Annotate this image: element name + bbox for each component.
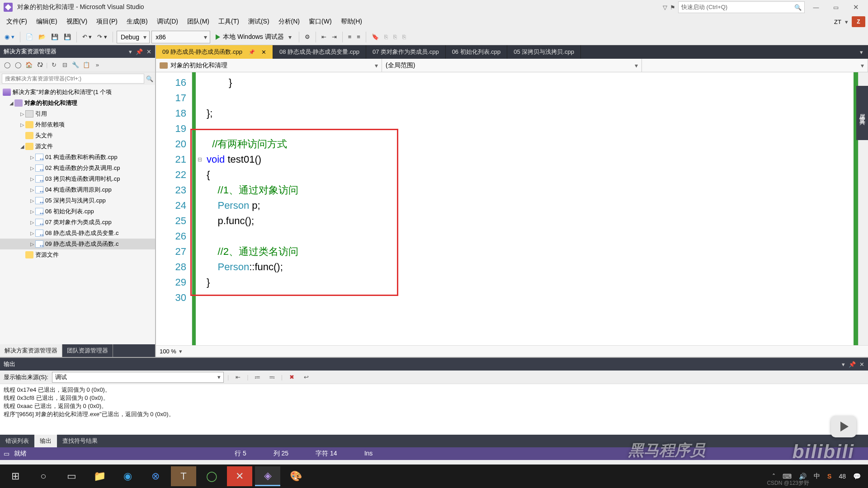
app-button[interactable]: ⊗ (143, 466, 168, 486)
solution-tree[interactable]: 解决方案"对象的初始化和清理"(1 个项 ◢对象的初始化和清理 ▷引用 ▷外部依… (0, 85, 155, 344)
pin-icon[interactable]: 📌 (136, 48, 143, 55)
tray-keyboard-icon[interactable]: ⌨ (783, 473, 792, 480)
nav-back-button[interactable]: ◉ ▾ (3, 31, 16, 43)
chevron-down-icon[interactable]: ▾ (845, 19, 848, 25)
bookmark-button[interactable]: 🔖 (370, 31, 381, 43)
comment-button[interactable]: ≡ (346, 31, 354, 43)
menu-item[interactable]: 帮助(H) (337, 16, 366, 28)
app2-button[interactable]: ◯ (199, 466, 224, 486)
source-file[interactable]: ▷09 静态成员-静态成员函数.c (0, 239, 155, 249)
source-file[interactable]: ▷07 类对象作为类成员.cpp (0, 217, 155, 228)
code-content[interactable]: }}; //有两种访问方式void test01(){ //1、通过对象访问 P… (204, 72, 868, 345)
editor-tab[interactable]: 06 初始化列表.cpp (446, 45, 508, 59)
zoom-select[interactable]: 100 % (160, 348, 196, 355)
tray-time[interactable]: 48 (839, 473, 846, 480)
pin-icon[interactable]: 📌 (849, 361, 856, 368)
tray-notif-icon[interactable]: 💬 (853, 473, 861, 480)
tab-overflow-button[interactable]: ▾ (854, 45, 868, 59)
ime-indicator[interactable]: 中 (814, 472, 820, 480)
tray-s-icon[interactable]: S (827, 473, 831, 480)
menu-item[interactable]: 调试(D) (153, 16, 182, 28)
save-button[interactable]: 💾 (49, 31, 60, 43)
more-icon[interactable]: » (93, 61, 102, 70)
refresh-icon[interactable]: ↻ (49, 61, 58, 70)
source-file[interactable]: ▷04 构造函数调用原则.cpp (0, 184, 155, 195)
menu-item[interactable]: 项目(P) (93, 16, 121, 28)
user-label[interactable]: ZT (834, 19, 841, 25)
notes-button[interactable]: T (171, 466, 196, 486)
close-icon[interactable]: ✕ (859, 361, 864, 368)
browser-button[interactable]: ◉ (115, 466, 140, 486)
menu-item[interactable]: 分析(N) (275, 16, 303, 28)
output-wrap-button[interactable]: ↩ (301, 372, 311, 383)
menu-item[interactable]: 测试(S) (245, 16, 273, 28)
source-file[interactable]: ▷06 初始化列表.cpp (0, 206, 155, 217)
menu-item[interactable]: 团队(M) (184, 16, 213, 28)
source-file[interactable]: ▷08 静态成员-静态成员变量.c (0, 228, 155, 239)
platform-select[interactable]: x86 (151, 31, 210, 43)
project-node[interactable]: ◢对象的初始化和清理 (0, 98, 155, 108)
quick-launch-input[interactable]: 快速启动 (Ctrl+Q) 🔍 (678, 1, 805, 13)
menu-item[interactable]: 编辑(E) (33, 16, 61, 28)
menu-item[interactable]: 文件(F) (3, 16, 31, 28)
cortana-button[interactable]: ○ (31, 466, 56, 486)
output-btn3[interactable]: ≕ (267, 372, 278, 383)
tb-extra3[interactable]: ⎘ (401, 31, 408, 43)
pin-icon[interactable]: 📌 (249, 49, 255, 55)
vs-taskbar-button[interactable]: ◈ (255, 466, 280, 486)
tab-error-list[interactable]: 错误列表 (0, 435, 34, 447)
tb-extra2[interactable]: ⎘ (392, 31, 399, 43)
editor-tab[interactable]: 07 类对象作为类成员.cpp (366, 45, 446, 59)
search-icon[interactable]: 🔍 (146, 75, 153, 82)
tab-find-symbols[interactable]: 查找符号结果 (57, 435, 103, 447)
solution-node[interactable]: 解决方案"对象的初始化和清理"(1 个项 (0, 87, 155, 98)
source-file[interactable]: ▷01 构造函数和析构函数.cpp (0, 152, 155, 163)
source-file[interactable]: ▷03 拷贝构造函数调用时机.cp (0, 174, 155, 184)
save-all-button[interactable]: 💾 (62, 31, 73, 43)
tray-volume-icon[interactable]: 🔊 (799, 473, 807, 480)
paint-button[interactable]: 🎨 (283, 466, 308, 486)
back-icon[interactable]: ◯ (3, 61, 12, 70)
headers-node[interactable]: 头文件 (0, 130, 155, 141)
output-body[interactable]: 线程 0x17e4 已退出，返回值为 0 (0x0)。线程 0x3cf8 已退出… (0, 384, 868, 435)
code-editor[interactable]: 161718192021222324252627282930 ⊟ }}; //有… (156, 72, 868, 345)
scope-select[interactable]: 对象的初始化和清理 (156, 59, 382, 72)
tab-output[interactable]: 输出 (34, 435, 57, 447)
tray-up-icon[interactable]: ˄ (772, 473, 775, 480)
maximize-button[interactable]: ▭ (827, 1, 844, 13)
menu-item[interactable]: 窗口(W) (305, 16, 335, 28)
nav-right-select[interactable] (642, 59, 868, 72)
redo-button[interactable]: ↷ ▾ (95, 31, 109, 43)
output-clear-button[interactable]: ✖ (286, 372, 297, 383)
collapse-gutter[interactable]: ⊟ (196, 72, 204, 345)
system-tray[interactable]: ˄ ⌨ 🔊 中 S 48 💬 (772, 472, 865, 480)
uncomment-button[interactable]: ≡ (355, 31, 362, 43)
source-node[interactable]: ◢源文件 (0, 141, 155, 152)
resources-node[interactable]: 资源文件 (0, 249, 155, 260)
search-input[interactable] (2, 74, 144, 84)
fwd-icon[interactable]: ◯ (14, 61, 23, 70)
close-icon[interactable]: ✕ (146, 48, 151, 55)
close-icon[interactable]: ✕ (261, 49, 266, 56)
editor-tab[interactable]: 05 深拷贝与浅拷贝.cpp (507, 45, 581, 59)
user-badge[interactable]: Z (852, 16, 865, 27)
source-file[interactable]: ▷02 构造函数的分类及调用.cp (0, 163, 155, 174)
app3-button[interactable]: ✕ (227, 466, 252, 486)
new-file-button[interactable]: 📄 (24, 31, 35, 43)
start-debug-button[interactable]: 本地 Windows 调试器▾ (212, 31, 295, 43)
notify-icon[interactable]: ▽ (663, 4, 667, 11)
dropdown-icon[interactable]: ▾ (129, 48, 132, 55)
tab-team-explorer[interactable]: 团队资源管理器 (62, 344, 113, 357)
sync-icon[interactable]: 🗘 (35, 61, 44, 70)
side-tool-panel[interactable]: 属性工具 (856, 86, 868, 140)
explorer-button[interactable]: 📁 (87, 466, 112, 486)
show-all-icon[interactable]: 📋 (82, 61, 91, 70)
flag-icon[interactable]: ⚑ (670, 4, 675, 11)
member-select[interactable]: (全局范围) (382, 59, 642, 72)
config-select[interactable]: Debug (117, 31, 150, 43)
menu-item[interactable]: 工具(T) (215, 16, 243, 28)
references-node[interactable]: ▷引用 (0, 108, 155, 119)
tb-btn[interactable]: ⚙ (303, 31, 312, 43)
dropdown-icon[interactable]: ▾ (842, 361, 845, 368)
tb-extra1[interactable]: ⎘ (382, 31, 390, 43)
